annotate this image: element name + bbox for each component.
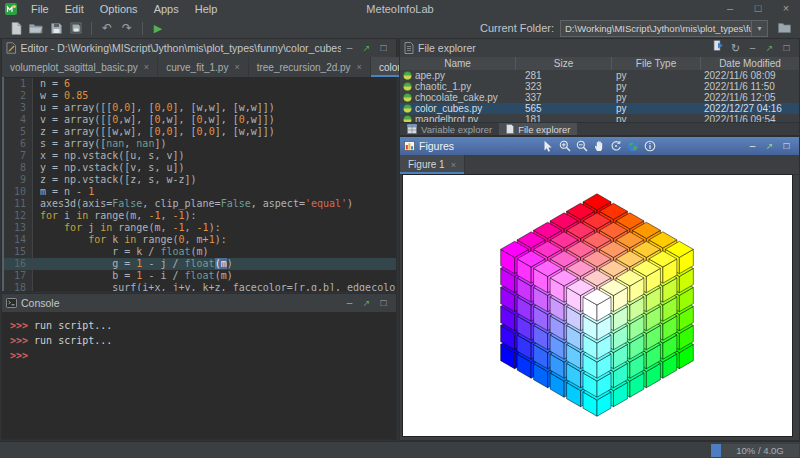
tab-variable-explorer[interactable]: Variable explorer: [400, 123, 499, 135]
memory-usage-bar: [711, 444, 721, 457]
figures-detach-button[interactable]: ↗: [761, 138, 778, 154]
globe-icon: [627, 140, 639, 152]
figures-maximize-button[interactable]: □: [778, 138, 795, 154]
line-number: 10: [4, 186, 33, 198]
console-line: >>>: [10, 348, 396, 363]
open-selected-file-button[interactable]: [710, 40, 727, 56]
pointer-tool-button[interactable]: [540, 138, 557, 154]
code-line: 17 b = 1 - i / float(m): [4, 270, 396, 282]
menu-edit[interactable]: Edit: [57, 0, 92, 18]
editor-detach-button[interactable]: ↗: [358, 40, 375, 56]
zoom-in-icon: [559, 140, 571, 152]
line-number: 2: [4, 90, 33, 102]
window-close-button[interactable]: ×: [772, 0, 800, 18]
figures-tab-bar: Figure 1×: [400, 155, 799, 175]
file-date-modified: 2022/11/6 12:05: [701, 92, 799, 103]
file-row[interactable]: chaotic_1.py323py2022/11/6 11:50: [400, 81, 799, 92]
window-title: MeteoInfoLab: [366, 3, 433, 15]
code-line: 7x = np.vstack([u, s, v]): [4, 150, 396, 162]
file-row[interactable]: ape.py281py2022/11/6 08:09: [400, 70, 799, 81]
column-header-name[interactable]: Name: [400, 57, 516, 70]
line-number: 7: [4, 150, 33, 162]
rotate-tool-button[interactable]: [608, 138, 625, 154]
figures-panel: Figures: [399, 136, 800, 441]
editor-minimize-button[interactable]: –: [341, 40, 358, 56]
menu-help[interactable]: Help: [187, 0, 226, 18]
identify-tool-button[interactable]: [642, 138, 659, 154]
menu-options[interactable]: Options: [92, 0, 146, 18]
tab-tree-recursion-2d[interactable]: tree_recursion_2d.py×: [249, 57, 371, 77]
close-icon[interactable]: ×: [144, 62, 149, 72]
code-line: 4v = array([[0,w], [0,w], [0,w], [0,w]]): [4, 114, 396, 126]
save-button[interactable]: [46, 19, 66, 37]
chevron-down-icon[interactable]: ▾: [751, 21, 767, 36]
console-detach-button[interactable]: ↗: [358, 295, 375, 311]
file-row[interactable]: color_cubes.py565py2022/12/27 04:16: [400, 103, 799, 114]
info-icon: [644, 140, 656, 152]
open-file-button[interactable]: [26, 19, 46, 37]
console-minimize-button[interactable]: –: [341, 295, 358, 311]
file-explorer-maximize-button[interactable]: □: [778, 40, 795, 56]
console-output[interactable]: >>> run script...>>> run script...>>>: [2, 312, 396, 439]
code-editor[interactable]: 1n = 62w = 0.853u = array([[0,0], [0,0],…: [2, 77, 396, 291]
pointer-icon: [543, 140, 553, 152]
file-explorer-minimize-button[interactable]: –: [744, 40, 761, 56]
menu-file[interactable]: File: [23, 0, 57, 18]
window-maximize-button[interactable]: □: [744, 0, 772, 18]
new-file-button[interactable]: [6, 19, 26, 37]
save-as-button[interactable]: [66, 19, 86, 37]
python-file-icon: [403, 104, 412, 113]
code-line: 13 for j in range(m, -1, -1):: [4, 222, 396, 234]
file-type: py: [612, 70, 701, 81]
figure-canvas[interactable]: [402, 174, 793, 437]
undo-button[interactable]: ↶: [97, 19, 117, 37]
code-line: 5z = array([[w,w], [0,0], [0,0], [w,w]]): [4, 126, 396, 138]
tab-curve-fit-1[interactable]: curve_fit_1.py×: [158, 57, 249, 77]
line-number: 12: [4, 210, 33, 222]
toolbar-separator: [91, 22, 92, 35]
run-script-button[interactable]: ▶: [148, 19, 168, 37]
current-folder-label: Current Folder:: [480, 22, 554, 34]
close-icon[interactable]: ×: [357, 62, 362, 72]
column-header-file-type[interactable]: File Type: [612, 57, 701, 70]
app-window: File Edit Options Apps Help MeteoInfoLab…: [0, 0, 800, 458]
code-line: 9z = np.vstack([z, s, w-z]): [4, 174, 396, 186]
globe-tool-button[interactable]: [625, 138, 642, 154]
console-maximize-button[interactable]: □: [375, 295, 392, 311]
memory-usage-widget: 10% / 4.0G: [711, 444, 799, 457]
console-line: >>> run script...: [10, 333, 396, 348]
file-type: py: [612, 103, 701, 114]
redo-button[interactable]: ↷: [117, 19, 137, 37]
code-line: 1n = 6: [4, 78, 396, 90]
file-explorer-detach-button[interactable]: ↗: [761, 40, 778, 56]
folder-icon: [778, 23, 791, 33]
editor-maximize-button[interactable]: □: [375, 40, 392, 56]
close-icon[interactable]: ×: [234, 62, 239, 72]
tab-figure-1[interactable]: Figure 1×: [400, 155, 465, 174]
tab-file-explorer[interactable]: File explorer: [499, 123, 577, 135]
window-minimize-button[interactable]: –: [716, 0, 744, 18]
browse-folder-button[interactable]: [774, 19, 794, 37]
color-cube-plot: [403, 175, 792, 436]
column-header-size[interactable]: Size: [516, 57, 612, 70]
column-header-date-modified[interactable]: Date Modified: [701, 57, 799, 70]
close-icon[interactable]: ×: [451, 160, 456, 170]
file-explorer-tab-icon: [506, 124, 514, 134]
file-name: chocolate_cake.py: [415, 92, 498, 103]
menu-apps[interactable]: Apps: [146, 0, 187, 18]
current-folder-combobox[interactable]: D:\Working\MIScript\Jython\mis\plot_type…: [560, 20, 768, 37]
editor-icon: [6, 42, 17, 54]
file-name: chaotic_1.py: [415, 81, 471, 92]
zoom-out-tool-button[interactable]: [574, 138, 591, 154]
file-row[interactable]: chocolate_cake.py337py2022/11/6 12:05: [400, 92, 799, 103]
code-line: 3u = array([[0,0], [0,0], [w,w], [w,w]]): [4, 102, 396, 114]
console-icon: [6, 298, 17, 308]
toolbar-separator: [142, 22, 143, 35]
line-number: 16: [4, 258, 33, 270]
pan-tool-button[interactable]: [591, 138, 608, 154]
zoom-in-tool-button[interactable]: [557, 138, 574, 154]
figures-minimize-button[interactable]: –: [744, 138, 761, 154]
code-line: 18 surf(i+x, j+y, k+z, facecolor=[r,g,b]…: [4, 282, 396, 291]
tab-volumeplot-sagittal-basic[interactable]: volumeplot_sagittal_basic.py×: [2, 57, 158, 77]
refresh-icon[interactable]: ↻: [727, 40, 744, 56]
